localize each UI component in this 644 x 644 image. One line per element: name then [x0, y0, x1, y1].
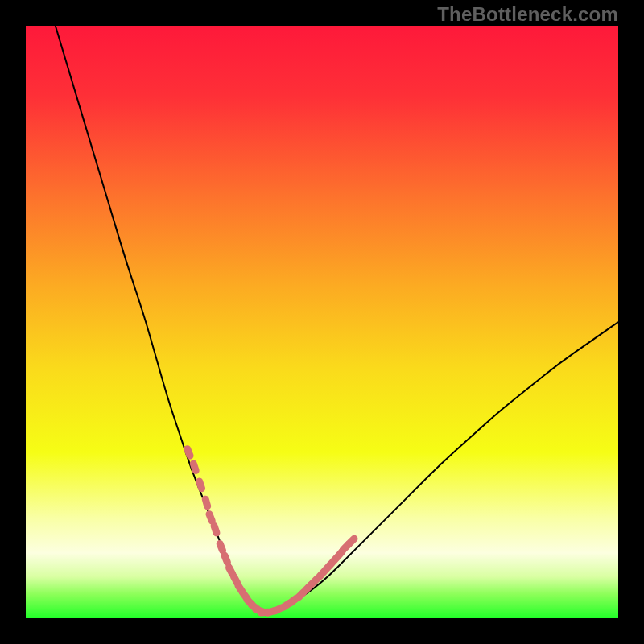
- chart-svg: [26, 26, 618, 618]
- gradient-background: [26, 26, 618, 618]
- watermark-text: TheBottleneck.com: [437, 3, 618, 26]
- chart-plot-area: [26, 26, 618, 618]
